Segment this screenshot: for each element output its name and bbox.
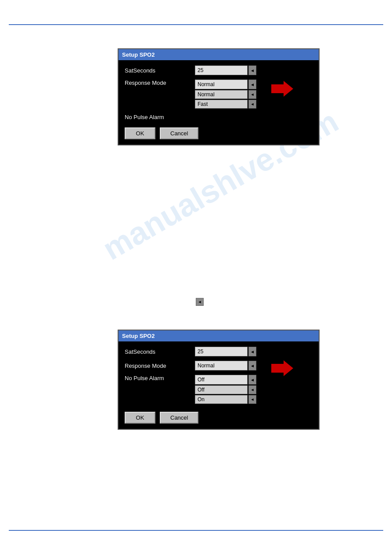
dialog2-response-mode-input[interactable]: [195, 361, 248, 370]
dialog1-option-fast-row: ◄: [195, 100, 256, 109]
dialog2-option-off-row: ◄: [195, 385, 256, 394]
dialog2-red-arrow: [271, 360, 293, 376]
top-border: [9, 24, 383, 25]
dialog2-option-on-row: ◄: [195, 395, 256, 404]
scroll-area: ◄: [196, 298, 204, 306]
dialog1-option-fast[interactable]: [195, 100, 248, 109]
dialog2-sat-seconds-btn[interactable]: ◄: [248, 347, 256, 356]
dialog2-body: SatSeconds ◄ Response Mode ◄ No Pulse Al…: [119, 341, 319, 429]
dialog2-title: Setup SPO2: [119, 330, 319, 341]
dialog2-option-on[interactable]: [195, 395, 248, 404]
dialog2-no-pulse-alarm-dropdown: ◄ ◄: [195, 385, 256, 404]
dialog1-sat-seconds-field: ◄: [195, 65, 256, 75]
dialog1-sat-seconds-label: SatSeconds: [125, 67, 195, 74]
dialog2-sat-seconds-label: SatSeconds: [125, 348, 195, 355]
dialog1-no-pulse-alarm-row: No Pulse Alarm: [125, 114, 313, 120]
dialog1-response-mode-dropdown: ◄ ◄: [195, 90, 256, 109]
dialog1-response-mode-container: ◄ ◄ ◄: [195, 80, 256, 109]
dialog1-cancel-button[interactable]: Cancel: [160, 127, 198, 139]
svg-marker-1: [271, 360, 293, 376]
dialog2-response-mode-label: Response Mode: [125, 363, 195, 369]
svg-marker-0: [271, 81, 293, 97]
dialog1-option-normal[interactable]: [195, 90, 248, 99]
dialog2-sat-seconds-field: ◄: [195, 347, 256, 356]
dialog2-ok-button[interactable]: OK: [125, 412, 155, 424]
dialog1-no-pulse-alarm-label: No Pulse Alarm: [125, 114, 195, 120]
dialog1-body: SatSeconds ◄ Response Mode ◄ ◄: [119, 60, 319, 145]
dialog1-response-mode-input[interactable]: [195, 80, 248, 89]
dialog2: Setup SPO2 SatSeconds ◄ Response Mode ◄ …: [118, 330, 320, 430]
dialog2-no-pulse-alarm-btn[interactable]: ◄: [248, 375, 256, 385]
dialog2-response-mode-btn[interactable]: ◄: [248, 361, 256, 370]
dialog1-option-fast-btn[interactable]: ◄: [248, 100, 256, 109]
dialog1-sat-seconds-input[interactable]: [195, 65, 248, 75]
dialog2-no-pulse-alarm-container: ◄ ◄ ◄: [195, 375, 256, 405]
dialog2-buttons: OK Cancel: [125, 412, 313, 424]
dialog2-option-on-btn[interactable]: ◄: [248, 395, 256, 404]
dialog2-cancel-button[interactable]: Cancel: [160, 412, 198, 424]
dialog2-option-off[interactable]: [195, 385, 248, 394]
dialog1-ok-button[interactable]: OK: [125, 127, 155, 139]
dialog1-red-arrow: [271, 81, 293, 97]
dialog2-no-pulse-alarm-field: ◄: [195, 375, 256, 385]
dialog1-buttons: OK Cancel: [125, 127, 313, 139]
dialog2-response-mode-field: ◄: [195, 361, 256, 370]
dialog2-sat-seconds-input[interactable]: [195, 347, 248, 356]
dialog2-option-off-btn[interactable]: ◄: [248, 385, 256, 394]
dialog2-sat-seconds-row: SatSeconds ◄: [125, 347, 313, 356]
scroll-button[interactable]: ◄: [196, 298, 204, 306]
dialog1-sat-seconds-row: SatSeconds ◄: [125, 65, 313, 75]
dialog1-response-mode-btn[interactable]: ◄: [248, 80, 256, 89]
bottom-border: [9, 530, 383, 531]
dialog1-response-mode-field: ◄: [195, 80, 256, 89]
dialog2-no-pulse-alarm-row: No Pulse Alarm ◄ ◄ ◄: [125, 375, 313, 405]
dialog1-sat-seconds-btn[interactable]: ◄: [248, 65, 256, 75]
dialog2-no-pulse-alarm-label: No Pulse Alarm: [125, 375, 195, 381]
dialog1-title: Setup SPO2: [119, 49, 319, 60]
dialog1-option-normal-row: ◄: [195, 90, 256, 99]
dialog1-option-normal-btn[interactable]: ◄: [248, 90, 256, 99]
dialog2-no-pulse-alarm-input[interactable]: [195, 375, 248, 385]
dialog1-response-mode-label: Response Mode: [125, 80, 195, 86]
dialog1: Setup SPO2 SatSeconds ◄ Response Mode ◄: [118, 48, 320, 145]
